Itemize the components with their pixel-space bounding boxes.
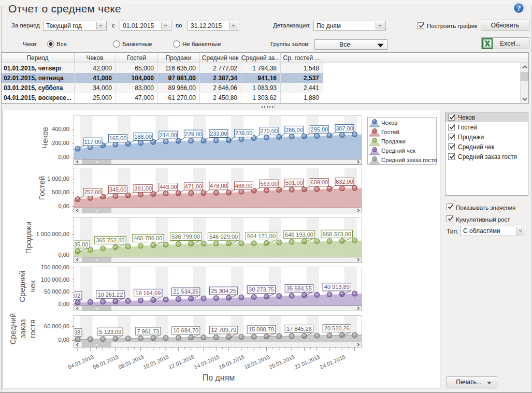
svg-text:286,00: 286,00 xyxy=(285,127,303,133)
svg-text:25 304,25: 25 304,25 xyxy=(211,288,236,294)
svg-text:563,00: 563,00 xyxy=(260,181,278,187)
svg-text:668 373,00: 668 373,00 xyxy=(323,231,351,237)
svg-text:30 273,75: 30 273,75 xyxy=(249,286,274,293)
svg-text:16 164,09: 16 164,09 xyxy=(135,290,161,296)
svg-text:471,00: 471,00 xyxy=(185,183,203,190)
svg-text:233,00: 233,00 xyxy=(210,130,227,137)
svg-text:465 786,00: 465 786,00 xyxy=(134,235,162,241)
svg-text:239,00: 239,00 xyxy=(235,130,253,136)
svg-text:175 135,00: 175 135,00 xyxy=(74,241,88,248)
svg-text:591,00: 591,00 xyxy=(285,180,303,186)
svg-text:117,00: 117,00 xyxy=(84,139,102,145)
svg-text:536 799,00: 536 799,00 xyxy=(171,234,200,240)
svg-text:488,00: 488,00 xyxy=(235,183,253,189)
svg-text:646 193,00: 646 193,00 xyxy=(285,231,313,238)
svg-text:40 913,89: 40 913,89 xyxy=(324,284,350,290)
svg-text:295,00: 295,00 xyxy=(311,126,328,133)
svg-text:21 534,25: 21 534,25 xyxy=(173,288,198,295)
svg-text:15 088,78: 15 088,78 xyxy=(249,326,274,332)
svg-text:214,00: 214,00 xyxy=(160,132,177,138)
svg-text:17 845,26: 17 845,26 xyxy=(286,326,312,332)
svg-text:252,00: 252,00 xyxy=(84,189,102,195)
svg-text:35 684,55: 35 684,55 xyxy=(286,285,312,292)
svg-text:165,00: 165,00 xyxy=(109,135,127,141)
svg-text:564 171,00: 564 171,00 xyxy=(247,233,276,239)
svg-text:5 123,09: 5 123,09 xyxy=(99,329,121,335)
svg-text:443,00: 443,00 xyxy=(160,184,177,190)
svg-text:609,00: 609,00 xyxy=(311,179,328,185)
svg-text:307,00: 307,00 xyxy=(336,125,353,132)
svg-text:10 261,22: 10 261,22 xyxy=(97,292,123,298)
svg-text:270,00: 270,00 xyxy=(260,128,278,134)
svg-text:546 029,00: 546 029,00 xyxy=(209,234,238,240)
svg-text:632,00: 632,00 xyxy=(336,179,353,185)
svg-text:478,00: 478,00 xyxy=(210,183,227,189)
svg-text:391,00: 391,00 xyxy=(134,185,152,192)
svg-text:?: ? xyxy=(517,4,521,12)
svg-text:7 961,73: 7 961,73 xyxy=(137,328,159,334)
svg-text:10 694,70: 10 694,70 xyxy=(173,327,198,333)
svg-text:229,00: 229,00 xyxy=(185,131,203,137)
svg-text:20 520,26: 20 520,26 xyxy=(324,325,350,331)
svg-text:2 634,38: 2 634,38 xyxy=(74,329,80,336)
svg-text:12 709,70: 12 709,70 xyxy=(211,327,236,333)
svg-text:188,00: 188,00 xyxy=(134,134,152,140)
svg-text:5 871,02: 5 871,02 xyxy=(74,293,80,299)
svg-text:365 752,00: 365 752,00 xyxy=(96,237,124,243)
svg-text:345,00: 345,00 xyxy=(109,186,127,193)
